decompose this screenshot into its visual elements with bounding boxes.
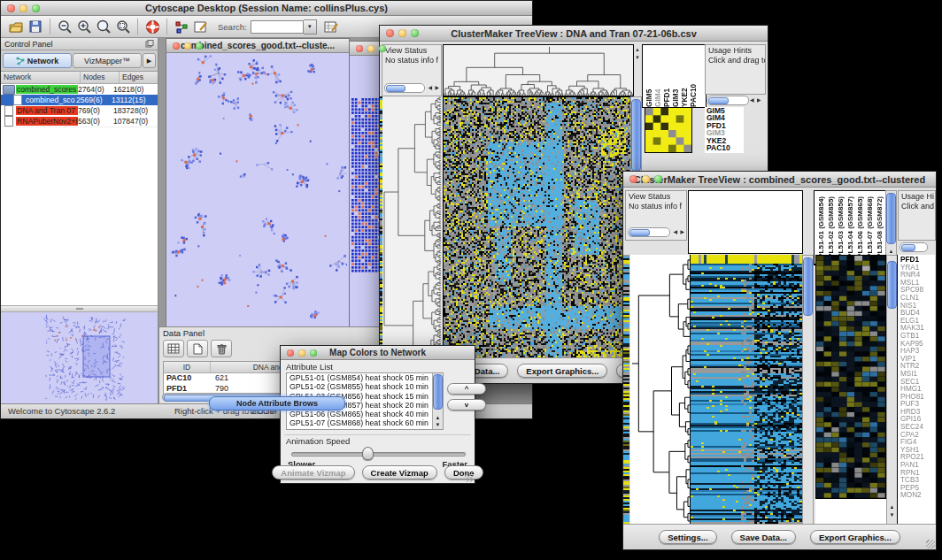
done-button[interactable]: Done [444, 465, 483, 479]
hscroll-thumb[interactable] [708, 97, 729, 104]
close-button[interactable] [7, 4, 15, 12]
move-up-button[interactable]: ^ [447, 383, 486, 395]
save-data-button[interactable]: Save Data... [731, 530, 796, 544]
panel-splitter[interactable] [1, 305, 158, 312]
close-button[interactable] [356, 45, 363, 52]
select-attributes-button[interactable] [163, 340, 184, 357]
annotation-button[interactable] [191, 18, 211, 35]
tab-vizmapper[interactable]: VizMapper™ [73, 53, 142, 68]
vscroll-thumb[interactable] [887, 261, 897, 309]
scroll-right-icon[interactable]: ▶ [435, 84, 439, 92]
resize-grip[interactable] [465, 473, 474, 482]
zoom-selected-button[interactable] [113, 18, 133, 35]
attribute-list-item[interactable]: GPL51-02 (GSM855) heat shock 10 min [287, 382, 443, 391]
id-column-header[interactable]: ID [164, 362, 211, 372]
treeview1-titlebar[interactable]: ClusterMaker TreeView : DNA and Tran 07-… [380, 26, 768, 42]
col-nodes[interactable]: Nodes [81, 72, 120, 83]
tv1-zoom-matrix[interactable] [645, 107, 692, 153]
vizmapper-button[interactable] [172, 18, 191, 35]
vscroll-thumb[interactable] [433, 374, 443, 410]
create-vizmap-button[interactable]: Create Vizmap [362, 465, 437, 479]
tv2-usage-hscrollbar[interactable] [900, 242, 928, 252]
vscroll-thumb[interactable] [886, 193, 896, 244]
settings-button[interactable]: Settings... [659, 530, 716, 544]
zoom-button[interactable] [310, 349, 317, 357]
float-panel-icon[interactable] [145, 40, 154, 48]
tab-network[interactable]: Network [3, 53, 72, 68]
minimize-button[interactable] [298, 349, 305, 357]
network-window-1-titlebar[interactable]: combined_scores_good.txt--cluste... [166, 39, 349, 53]
destroy-network-button[interactable] [143, 18, 162, 35]
attribute-list-item[interactable]: GPL51-06 (GSM865) heat shock 40 min [287, 410, 443, 418]
tv2-heatmap-global[interactable] [690, 255, 802, 525]
hscroll-thumb[interactable] [386, 85, 405, 92]
tv1-status-hscrollbar[interactable] [384, 83, 425, 93]
attribute-list-item[interactable]: GPL51-07 (GSM868) heat shock 60 min [287, 418, 443, 427]
tv2-collabel-scrollbar[interactable]: ▲ ▼ [885, 190, 897, 265]
network-row[interactable]: combined_sco2569(6)13112(15) [1, 95, 158, 105]
tv2-row-dendrogram[interactable] [630, 255, 690, 525]
close-button[interactable] [629, 175, 637, 183]
network-row[interactable]: DNA and Tran 07769(0)183728(0) [1, 105, 158, 116]
vscroll-thumb[interactable] [631, 99, 641, 172]
scroll-left-icon[interactable]: ◀ [750, 96, 754, 104]
attribute-browser-button[interactable] [322, 18, 342, 35]
scroll-down-icon[interactable]: ▼ [887, 512, 897, 518]
treeview2-titlebar[interactable]: ClusterMaker TreeView : combined_scores_… [623, 172, 936, 188]
zoom-button[interactable] [196, 42, 203, 50]
tv2-heatmap-zoom[interactable] [815, 255, 886, 499]
hscroll-thumb[interactable] [629, 229, 650, 236]
search-input[interactable] [251, 20, 304, 34]
zoom-out-button[interactable] [55, 18, 74, 35]
vscroll-thumb[interactable] [803, 257, 813, 316]
minimize-button[interactable] [398, 29, 406, 37]
search-dropdown-button[interactable]: ▾ [304, 19, 317, 35]
col-network[interactable]: Network [1, 72, 81, 83]
scroll-up-icon[interactable]: ▲ [433, 415, 443, 421]
scroll-down-icon[interactable]: ▼ [433, 422, 443, 428]
speed-slider-track[interactable] [291, 452, 466, 456]
zoom-button[interactable] [379, 45, 386, 52]
move-down-button[interactable]: v [447, 399, 486, 410]
minimize-button[interactable] [642, 175, 650, 183]
minimize-button[interactable] [367, 45, 374, 52]
save-session-button[interactable] [26, 18, 45, 35]
tab-overflow-button[interactable]: ▶ [143, 53, 156, 68]
zoom-button[interactable] [32, 4, 40, 12]
export-graphics-button[interactable]: Export Graphics... [517, 364, 607, 378]
gene-label[interactable]: MON2 [900, 492, 935, 500]
scroll-right-icon[interactable]: ▶ [757, 96, 761, 104]
new-attribute-button[interactable] [187, 340, 208, 357]
col-edges[interactable]: Edges [120, 72, 158, 83]
node-attribute-browser-button[interactable]: Node Attribute Brows [209, 396, 345, 410]
network-overview-canvas[interactable] [4, 313, 154, 401]
network-view-1-canvas[interactable] [166, 53, 347, 326]
tv1-column-dendrogram[interactable] [443, 44, 634, 96]
speed-slider-thumb[interactable] [362, 447, 374, 460]
main-titlebar[interactable]: Cytoscape Desktop (Session Name: collins… [1, 1, 532, 16]
resize-grip[interactable] [926, 540, 935, 548]
close-button[interactable] [287, 349, 294, 357]
open-session-button[interactable] [6, 18, 26, 35]
hscroll-thumb[interactable] [901, 244, 915, 251]
scroll-right-icon[interactable]: ▶ [680, 228, 684, 236]
scroll-left-icon[interactable]: ◀ [673, 228, 677, 236]
zoom-in-button[interactable] [74, 18, 94, 35]
animate-vizmap-button[interactable]: Animate Vizmap [272, 465, 354, 479]
minimize-button[interactable] [184, 42, 191, 50]
close-button[interactable] [173, 42, 180, 50]
zoom-button[interactable] [654, 175, 662, 183]
tv2-column-dendrogram[interactable] [688, 190, 803, 254]
dialog-titlebar[interactable]: Map Colors to Network [281, 346, 475, 360]
network-row[interactable]: RNAPuberNov2+I563(0)107847(0) [1, 116, 158, 127]
tv2-global-vscrollbar[interactable] [802, 255, 814, 527]
delete-attribute-button[interactable] [211, 340, 232, 357]
network-row[interactable]: combined_scores2764(0)16218(0) [1, 84, 158, 95]
scroll-left-icon[interactable]: ◀ [428, 84, 432, 92]
close-button[interactable] [386, 29, 394, 37]
tv2-status-hscrollbar[interactable] [628, 227, 670, 237]
list-vscrollbar[interactable]: ▲ ▼ [432, 373, 443, 429]
minimize-button[interactable] [19, 4, 27, 12]
scroll-up-icon[interactable]: ▲ [886, 249, 896, 255]
network-overview-panel[interactable] [1, 312, 158, 404]
